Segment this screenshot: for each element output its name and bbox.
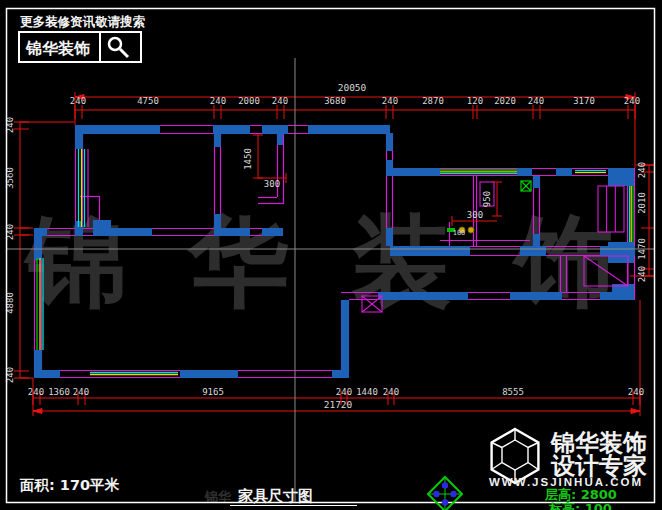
dim-label: 240 bbox=[637, 162, 647, 178]
dim-label: 240 bbox=[637, 266, 647, 282]
dim-label: 240 bbox=[210, 96, 226, 106]
watermark-text: 锦 华 装 饰 bbox=[23, 203, 628, 320]
dim-label: 1440 bbox=[356, 387, 378, 397]
compass-symbol bbox=[428, 477, 462, 510]
dim-label: 2000 bbox=[238, 96, 260, 106]
dim-label: 240 bbox=[272, 96, 288, 106]
dim-label: 240 bbox=[383, 387, 399, 397]
ac-unit-symbol bbox=[521, 181, 531, 191]
area-label: 面积: 170平米 bbox=[19, 477, 120, 493]
dim-label: 100 bbox=[453, 229, 466, 237]
brand-logo-text: 锦华装饰 bbox=[25, 39, 90, 58]
dim-label: 2870 bbox=[422, 96, 444, 106]
dim-label: 2010 bbox=[637, 192, 647, 214]
drawing-title: 家具尺寸图 bbox=[238, 487, 313, 505]
top-total-dimension: 20050 bbox=[338, 82, 367, 93]
header-brand: 更多装修资讯敬请搜索 锦华装饰 bbox=[19, 14, 146, 62]
dim-label: 1360 bbox=[48, 387, 70, 397]
bottom-total-dimension: 21720 bbox=[324, 399, 353, 410]
dim-label: 240 bbox=[70, 96, 86, 106]
cad-note-elevation: 标高: 100 bbox=[548, 501, 612, 510]
dim-label: 3680 bbox=[324, 96, 346, 106]
dim-label: 240 bbox=[628, 387, 644, 397]
dim-label: 240 bbox=[382, 96, 398, 106]
magnifier-icon bbox=[109, 38, 128, 57]
dim-label: 240 bbox=[624, 96, 640, 106]
dim-label: 240 bbox=[73, 387, 89, 397]
dim-label: 4750 bbox=[137, 96, 159, 106]
dim-label: 240 bbox=[528, 96, 544, 106]
dim-label: 240 bbox=[336, 387, 352, 397]
dim-label: 300 bbox=[264, 179, 280, 189]
title-block: 家具尺寸图 bbox=[230, 477, 462, 510]
dim-label: 9165 bbox=[202, 387, 224, 397]
cad-note-floor-height: 层高: 2800 bbox=[544, 487, 617, 502]
dim-label: 1450 bbox=[243, 148, 253, 170]
dim-label: 240 bbox=[28, 387, 44, 397]
cad-viewport[interactable]: 锦 华 装 饰 锦华 bbox=[0, 0, 662, 510]
dim-label: 3170 bbox=[573, 96, 595, 106]
dim-label: 300 bbox=[467, 210, 483, 220]
dim-label: 950 bbox=[482, 191, 492, 207]
dim-label: 120 bbox=[467, 96, 483, 106]
cube-logo-icon bbox=[492, 429, 539, 483]
footer-brand: 锦华装饰 设计专家 WWW.JSJINHUA.COM 层高: 2800 标高: … bbox=[489, 429, 647, 510]
header-tagline: 更多装修资讯敬请搜索 bbox=[20, 14, 146, 29]
dim-label: 2020 bbox=[494, 96, 516, 106]
dim-label: 8555 bbox=[502, 387, 524, 397]
